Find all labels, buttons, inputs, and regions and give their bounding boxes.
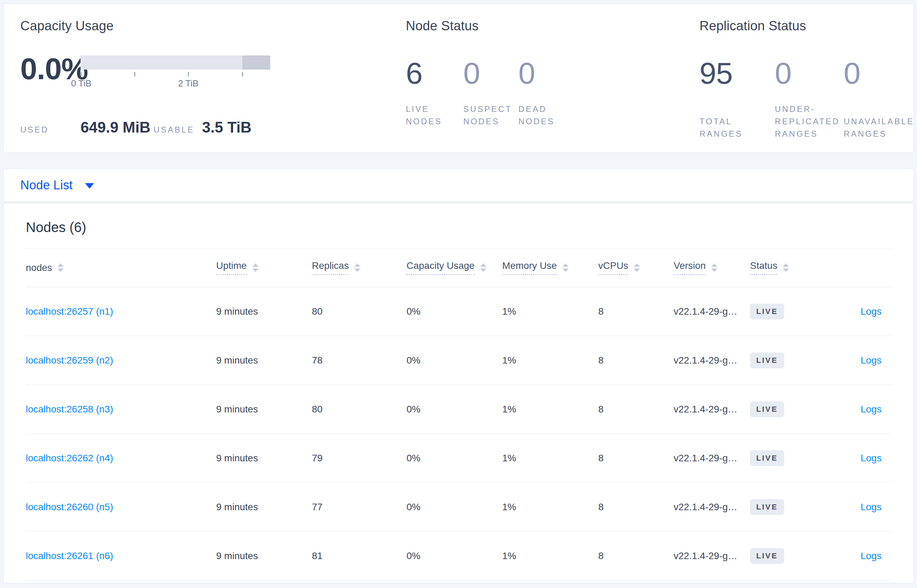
- nodes-table-header-row: nodes Uptime Replicas Capacity Usage Mem…: [26, 249, 891, 287]
- replicas-cell: 78: [312, 355, 407, 366]
- table-row: localhost:26258 (n3) 9 minutes 80 0% 1% …: [26, 385, 891, 434]
- sort-icon[interactable]: [480, 263, 486, 272]
- column-header-replicas[interactable]: Replicas: [312, 260, 407, 275]
- column-header-status[interactable]: Status: [750, 260, 840, 275]
- table-row: localhost:26259 (n2) 9 minutes 78 0% 1% …: [26, 336, 891, 385]
- usable-label: USABLE: [153, 125, 202, 135]
- logs-link[interactable]: Logs: [860, 404, 881, 415]
- view-selector-strip: Node List: [3, 169, 914, 202]
- node-address-link[interactable]: localhost:26257 (n1): [26, 306, 113, 317]
- version-cell: v22.1.4-29-g…: [674, 502, 750, 513]
- version-cell: v22.1.4-29-g…: [674, 355, 750, 366]
- capacity-usage-chart-area: 0.0% 0 TiB 2 TiB: [20, 55, 406, 90]
- status-badge: LIVE: [750, 450, 784, 466]
- under-replicated-ranges-label: UNDER-REPLICATED RANGES: [775, 103, 844, 140]
- version-cell: v22.1.4-29-g…: [674, 306, 750, 317]
- vcpus-cell: 8: [598, 502, 674, 513]
- memory-use-cell: 1%: [502, 355, 598, 366]
- logs-link[interactable]: Logs: [860, 551, 881, 561]
- status-badge: LIVE: [750, 304, 784, 320]
- capacity-axis-ticks: [81, 72, 270, 77]
- suspect-nodes-value: 0: [463, 58, 518, 89]
- total-ranges-label: TOTAL RANGES: [699, 115, 751, 140]
- live-nodes-value: 6: [406, 58, 463, 89]
- logs-link[interactable]: Logs: [860, 502, 881, 512]
- capacity-usage-cell: 0%: [407, 355, 502, 366]
- version-cell: v22.1.4-29-g…: [674, 404, 750, 415]
- capacity-summary: USED 649.9 MiB USABLE 3.5 TiB: [20, 119, 406, 136]
- nodes-table-title: Nodes (6): [26, 204, 891, 235]
- vcpus-cell: 8: [598, 404, 674, 415]
- capacity-usage-cell: 0%: [407, 453, 502, 464]
- axis-tick: [188, 72, 189, 76]
- column-header-vcpus[interactable]: vCPUs: [598, 260, 674, 275]
- caret-down-icon: [85, 183, 94, 189]
- capacity-usage-cell: 0%: [407, 306, 502, 317]
- replicas-cell: 77: [312, 502, 407, 513]
- capacity-bar-nonusable-segment: [242, 55, 270, 69]
- uptime-cell: 9 minutes: [216, 306, 312, 317]
- usable-value: 3.5 TiB: [202, 119, 251, 136]
- table-row: localhost:26260 (n5) 9 minutes 77 0% 1% …: [26, 483, 891, 531]
- status-badge: LIVE: [750, 401, 784, 417]
- column-header-memory-use[interactable]: Memory Use: [502, 260, 598, 275]
- suspect-nodes-label: SUSPECT NODES: [463, 103, 510, 128]
- total-ranges-value: 95: [699, 58, 775, 89]
- memory-use-cell: 1%: [502, 404, 598, 415]
- column-header-label: Uptime: [216, 260, 247, 275]
- uptime-cell: 9 minutes: [216, 355, 312, 366]
- node-address-link[interactable]: localhost:26258 (n3): [26, 404, 113, 415]
- replication-values: 95 0 0: [699, 58, 914, 89]
- vcpus-cell: 8: [598, 453, 674, 464]
- replication-status-section: Replication Status 95 0 0 TOTAL RANGES U…: [699, 18, 914, 139]
- node-address-link[interactable]: localhost:26261 (n6): [26, 551, 113, 561]
- node-list-dropdown[interactable]: Node List: [20, 178, 94, 192]
- column-header-capacity-usage[interactable]: Capacity Usage: [407, 260, 502, 275]
- replicas-cell: 80: [312, 404, 407, 415]
- sort-icon[interactable]: [354, 263, 360, 272]
- replicas-cell: 79: [312, 453, 407, 464]
- node-status-section: Node Status 6 0 0 LIVE NODES SUSPECT NOD…: [406, 18, 699, 139]
- axis-tick: [81, 72, 82, 76]
- version-cell: v22.1.4-29-g…: [674, 551, 750, 562]
- logs-link[interactable]: Logs: [860, 355, 881, 366]
- table-row: localhost:26261 (n6) 9 minutes 81 0% 1% …: [26, 531, 891, 580]
- sort-icon[interactable]: [58, 263, 64, 272]
- capacity-usage-cell: 0%: [407, 551, 502, 562]
- node-address-link[interactable]: localhost:26262 (n4): [26, 453, 113, 464]
- memory-use-cell: 1%: [502, 551, 598, 562]
- column-header-label: nodes: [26, 262, 52, 273]
- column-header-version[interactable]: Version: [674, 260, 750, 275]
- column-header-uptime[interactable]: Uptime: [216, 260, 312, 275]
- under-replicated-ranges-value: 0: [775, 58, 844, 89]
- capacity-usage-cell: 0%: [407, 404, 502, 415]
- status-badge: LIVE: [750, 548, 784, 564]
- column-header-label: Capacity Usage: [407, 260, 475, 275]
- node-address-link[interactable]: localhost:26260 (n5): [26, 502, 113, 512]
- memory-use-cell: 1%: [502, 502, 598, 513]
- node-list-dropdown-label: Node List: [20, 178, 73, 192]
- unavailable-ranges-label: UNAVAILABLE RANGES: [844, 115, 914, 140]
- used-label: USED: [20, 125, 81, 135]
- used-value: 649.9 MiB: [81, 119, 153, 136]
- node-address-link[interactable]: localhost:26259 (n2): [26, 355, 113, 366]
- replication-status-title: Replication Status: [699, 18, 914, 34]
- cluster-overview-page: Capacity Usage 0.0% 0 TiB 2 TiB: [0, 0, 917, 583]
- replicas-cell: 81: [312, 551, 407, 562]
- logs-link[interactable]: Logs: [860, 306, 881, 317]
- column-header-label: Status: [750, 260, 777, 275]
- sort-icon[interactable]: [252, 263, 258, 272]
- column-header-label: Version: [674, 260, 706, 275]
- node-status-values: 6 0 0: [406, 58, 699, 89]
- axis-tick: [242, 72, 243, 76]
- sort-icon[interactable]: [783, 263, 789, 272]
- sort-icon[interactable]: [562, 263, 569, 272]
- replication-labels: TOTAL RANGES UNDER-REPLICATED RANGES UNA…: [699, 103, 914, 140]
- logs-link[interactable]: Logs: [860, 453, 881, 464]
- table-row: localhost:26257 (n1) 9 minutes 80 0% 1% …: [26, 287, 891, 336]
- column-header-nodes[interactable]: nodes: [26, 262, 216, 273]
- uptime-cell: 9 minutes: [216, 453, 312, 464]
- sort-icon[interactable]: [711, 263, 717, 272]
- sort-icon[interactable]: [634, 263, 640, 272]
- status-badge: LIVE: [750, 499, 784, 515]
